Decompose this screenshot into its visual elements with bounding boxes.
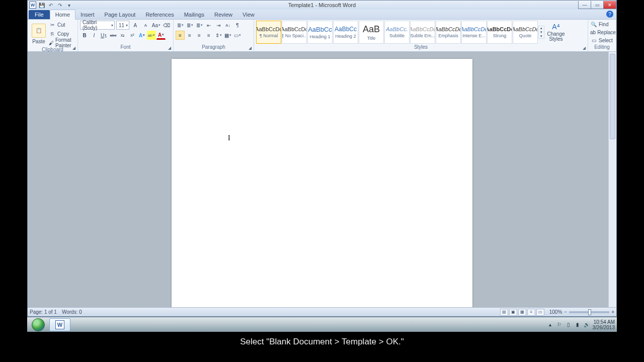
select-button[interactable]: ▭Select [590, 36, 614, 44]
bold-button[interactable]: B [80, 31, 89, 40]
sort-button[interactable]: A↓ [223, 21, 232, 30]
word-app-icon[interactable]: W [29, 2, 36, 9]
style-heading-2[interactable]: AaBbCcHeading 2 [333, 21, 358, 44]
line-spacing-button[interactable]: ⇕ [214, 31, 223, 40]
clipboard-launcher-icon[interactable]: ◢ [71, 45, 76, 50]
grow-font-button[interactable]: A [131, 21, 140, 30]
zoom-level[interactable]: 100% [549, 309, 562, 315]
replace-button[interactable]: abReplace [590, 29, 614, 37]
cut-button[interactable]: ✂Cut [49, 21, 75, 29]
subscript-button[interactable]: x₂ [118, 31, 127, 40]
numbering-button[interactable]: ≣ [185, 21, 194, 30]
change-case-button[interactable]: Aa [151, 21, 160, 30]
zoom-out-button[interactable]: − [564, 309, 567, 315]
qat-undo-icon[interactable]: ↶ [47, 2, 54, 9]
style-quote[interactable]: AaBbCcDcQuote [513, 21, 538, 44]
style-strong[interactable]: AaBbCcDcStrong [487, 21, 512, 44]
status-page[interactable]: Page: 1 of 1 [30, 309, 57, 315]
group-font-label: Font [80, 44, 171, 51]
align-left-button[interactable]: ≡ [176, 31, 185, 40]
paragraph-launcher-icon[interactable]: ◢ [248, 45, 253, 50]
start-button[interactable] [29, 318, 47, 332]
change-styles-button[interactable]: A⁴Change Styles [545, 22, 567, 43]
tray-network-icon[interactable]: ▮ [575, 322, 581, 328]
document-page[interactable]: I [172, 59, 472, 307]
align-right-button[interactable]: ≡ [195, 31, 204, 40]
qat-customize-icon[interactable]: ▾ [65, 2, 72, 9]
tray-power-icon[interactable]: ▯ [566, 322, 572, 328]
style-heading-1[interactable]: AaBbCcHeading 1 [307, 21, 333, 44]
style-title[interactable]: AaBTitle [359, 21, 384, 44]
style-subtitle[interactable]: AaBbCc.Subtitle [384, 21, 410, 44]
decrease-indent-button[interactable]: ⇤ [204, 21, 213, 30]
text-cursor-icon: I [228, 134, 230, 142]
status-words[interactable]: Words: 0 [62, 309, 82, 315]
text-effects-button[interactable]: A [137, 31, 146, 40]
styles-launcher-icon[interactable]: ◢ [582, 45, 587, 50]
tray-flag-icon[interactable]: ⚐ [556, 322, 562, 328]
view-web-button[interactable]: ▦ [518, 309, 526, 316]
scrollbar-thumb[interactable] [610, 54, 615, 139]
document-area[interactable]: I [28, 52, 616, 307]
minimize-button[interactable]: — [578, 1, 591, 9]
tab-page-layout[interactable]: Page Layout [100, 10, 141, 19]
window-title: Template1 - Microsoft Word [28, 2, 616, 8]
paste-button[interactable]: 📋 Paste [30, 23, 48, 45]
vertical-scrollbar[interactable] [608, 52, 616, 307]
style-emphasis[interactable]: AaBbCcDcEmphasis [436, 21, 461, 44]
font-name-combo[interactable]: Calibri (Body) [80, 21, 115, 30]
tab-references[interactable]: References [140, 10, 179, 19]
align-center-button[interactable]: ≡ [185, 31, 194, 40]
zoom-slider[interactable] [569, 311, 609, 313]
close-button[interactable]: ✕ [603, 1, 616, 9]
maximize-button[interactable]: ▭ [591, 1, 604, 9]
tray-clock[interactable]: 10:54 AM 3/26/2013 [593, 319, 615, 330]
tab-insert[interactable]: Insert [75, 10, 100, 19]
tab-mailings[interactable]: Mailings [179, 10, 209, 19]
highlight-button[interactable]: ab [147, 31, 156, 40]
help-icon[interactable]: ? [606, 11, 613, 18]
copy-button[interactable]: ⎘Copy [49, 30, 75, 38]
style-label: Subtitle [389, 33, 405, 38]
font-color-button[interactable]: A [156, 31, 166, 40]
tray-volume-icon[interactable]: 🔊 [584, 322, 590, 328]
shrink-font-button[interactable]: A [141, 21, 150, 30]
taskbar-word-button[interactable]: W [49, 318, 70, 331]
zoom-slider-thumb[interactable] [588, 309, 591, 315]
borders-button[interactable]: ▭ [233, 31, 242, 40]
italic-button[interactable]: I [90, 31, 99, 40]
paste-icon: 📋 [32, 24, 46, 38]
qat-save-icon[interactable]: 💾 [38, 2, 45, 9]
find-button[interactable]: 🔍Find [590, 21, 614, 29]
tab-home[interactable]: Home [50, 10, 75, 20]
tab-review[interactable]: Review [209, 10, 237, 19]
view-print-layout-button[interactable]: ▤ [500, 309, 508, 316]
zoom-in-button[interactable]: + [611, 309, 614, 315]
replace-icon: ab [590, 29, 596, 36]
style-subtle-emphasis[interactable]: AaBbCcDcSubtle Em... [410, 21, 435, 44]
qat-redo-icon[interactable]: ↷ [56, 2, 63, 9]
style-label: ¶ No Spaci... [282, 33, 307, 38]
bullets-button[interactable]: ≣ [176, 21, 185, 30]
tab-file[interactable]: File [29, 10, 50, 19]
shading-button[interactable]: ▦ [223, 31, 232, 40]
styles-scroll[interactable]: ▴▾▾ [538, 26, 544, 39]
view-outline-button[interactable]: ≡ [527, 309, 535, 316]
style-normal[interactable]: AaBbCcDc¶ Normal [256, 21, 281, 44]
font-size-combo[interactable]: 11 [116, 21, 129, 30]
style-no-spacing[interactable]: AaBbCcDc¶ No Spaci... [282, 21, 307, 44]
clear-format-button[interactable]: ⌫ [162, 21, 171, 30]
strike-button[interactable]: abc [109, 31, 118, 40]
font-launcher-icon[interactable]: ◢ [167, 45, 172, 50]
justify-button[interactable]: ≡ [204, 31, 213, 40]
tab-view[interactable]: View [237, 10, 260, 19]
underline-button[interactable]: U [99, 31, 108, 40]
show-marks-button[interactable]: ¶ [233, 21, 242, 30]
view-draft-button[interactable]: ▭ [536, 309, 544, 316]
multilevel-button[interactable]: ≣ [195, 21, 204, 30]
increase-indent-button[interactable]: ⇥ [214, 21, 223, 30]
superscript-button[interactable]: x² [128, 31, 137, 40]
style-intense-emphasis[interactable]: AaBbCcDcIntense E... [461, 21, 487, 44]
tray-show-hidden-icon[interactable]: ▴ [547, 322, 553, 328]
view-full-screen-button[interactable]: ▣ [509, 309, 517, 316]
